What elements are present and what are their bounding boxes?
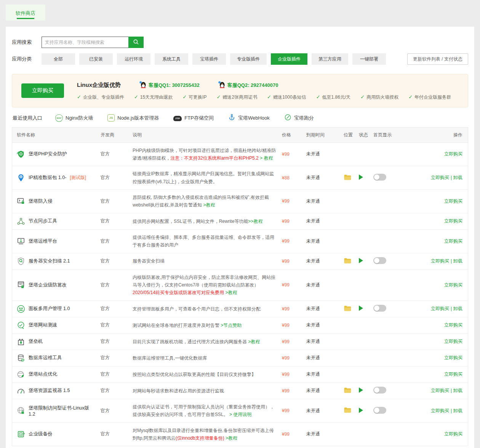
check-icon: ✓ (216, 94, 221, 100)
category-button[interactable]: 宝塔插件 (192, 53, 226, 65)
category-button[interactable]: 专业版插件 (230, 53, 267, 65)
search-row: 应用搜索 (12, 37, 468, 48)
service-running-icon[interactable] (359, 387, 363, 393)
app-expiry: 未开通 (304, 334, 341, 349)
banner-feature: ✓年付企业版服务群 (408, 94, 451, 101)
app-description: 提供同步网站配置，SSL证书，网站文件，Rewrite等功能>>教程 (130, 214, 280, 229)
app-expiry: 未开通 (304, 214, 341, 228)
app-price: ¥99 (280, 319, 304, 332)
app-price: ¥99 (280, 195, 304, 208)
search-input[interactable] (42, 37, 128, 48)
qq2-contact[interactable]: 客服QQ2: 2927440070 (218, 81, 278, 90)
app-name: 堡塔运维平台 (29, 238, 57, 245)
home-display-toggle[interactable] (373, 407, 386, 414)
folder-icon[interactable] (344, 307, 352, 313)
uninstall-link[interactable]: 卸载 (453, 258, 462, 264)
category-button[interactable]: 全部 (42, 53, 75, 65)
recent-item[interactable]: JSNode.js版本管理器 (107, 114, 159, 123)
update-software-list-button[interactable]: 更新软件列表 / 支付状态 (407, 53, 468, 65)
buy-now-link[interactable]: 立即购买 (444, 339, 462, 344)
description-link[interactable]: >教程 (248, 339, 260, 344)
table-row: IP精准数据包 1.0-[测试版]官方链接商业IP数据库，精准显示网站用户归属地… (12, 166, 468, 190)
description-link[interactable]: > 教程 (259, 155, 273, 161)
buy-now-link[interactable]: 立即购买 (444, 371, 462, 377)
nodejs-icon: JS (107, 114, 115, 122)
category-label: 应用分类 (12, 56, 42, 62)
category-button[interactable]: 企业版插件 (271, 53, 307, 65)
recent-item[interactable]: 宝塔WebHook (228, 114, 270, 123)
recent-item[interactable]: 宝塔跑分 (284, 114, 314, 123)
buy-now-link[interactable]: 立即购买 (431, 306, 449, 311)
table-row: 堡垒机官方目前只实现了跳板机功能，通过代理方式连接内网服务器 >教程¥99未开通… (12, 334, 468, 350)
table-row: 堡塔站点优化官方按照站点类型优化站点以获取更高的性能【目前仅支持微擎】¥99未开… (12, 366, 468, 383)
home-display-toggle[interactable] (373, 257, 386, 264)
category-button[interactable]: 运行环境 (117, 53, 150, 65)
buy-now-link[interactable]: 立即购买 (444, 282, 462, 288)
recent-item[interactable]: WAFNginx防火墙 (55, 114, 93, 123)
qq-penguin-icon (218, 81, 226, 90)
category-button[interactable]: 一键部署 (352, 53, 386, 65)
home-display-toggle[interactable] (373, 305, 386, 312)
category-button[interactable]: 系统工具 (155, 53, 188, 65)
app-name: 服务器安全扫描 2.1 (29, 258, 70, 264)
ip-pin-icon (17, 174, 25, 182)
category-button[interactable]: 已安装 (79, 53, 113, 65)
service-running-icon[interactable] (359, 258, 363, 263)
app-name: 数据库运维工具 (29, 355, 62, 361)
description-link[interactable]: >>教程 (248, 219, 262, 224)
fortress-icon (17, 338, 25, 346)
category-button[interactable]: 第三方应用 (312, 53, 348, 65)
buy-now-link[interactable]: 立即购买 (444, 198, 462, 204)
recent-item[interactable]: FTPFTP存储空间 (173, 114, 214, 123)
folder-icon[interactable] (344, 389, 352, 395)
description-link[interactable]: >教程 (224, 435, 237, 441)
description-link[interactable]: >节点赞助 (221, 323, 242, 328)
qq1-contact[interactable]: 客服QQ1: 3007255432 (139, 81, 200, 90)
uninstall-link[interactable]: 卸载 (453, 175, 462, 180)
anchor-icon (228, 114, 235, 123)
folder-icon[interactable] (344, 260, 352, 265)
table-row: 堡塔防入侵官方原防提权, 防御大多数的入侵提权攻击造成的挂马和被挖矿,有效拦截w… (12, 190, 468, 213)
app-name-tag: [测试版] (70, 174, 86, 181)
table-row: 堡塔PHP安全防护官方PHP内核级防御模块，可针对项目进行底层过滤，彻底杜绝跨站… (12, 143, 468, 166)
buy-now-link[interactable]: 立即购买 (444, 431, 462, 437)
service-running-icon[interactable] (359, 408, 363, 413)
description-link[interactable]: > 使用说明 (229, 412, 251, 417)
uninstall-link[interactable]: 卸载 (453, 306, 462, 311)
search-button[interactable] (128, 37, 144, 48)
file-lock-icon (17, 281, 25, 289)
buy-now-link[interactable]: 立即购买 (431, 175, 449, 180)
buy-now-link[interactable]: 立即购买 (444, 322, 462, 328)
app-description: PHP内核级防御模块，可针对项目进行底层过滤，彻底杜绝跨站/精准防渗透/精准防提… (130, 143, 280, 166)
buy-now-link[interactable]: 立即购买 (444, 218, 462, 224)
home-display-toggle[interactable] (373, 387, 386, 394)
check-icon: ✓ (408, 94, 413, 100)
folder-icon[interactable] (344, 409, 352, 414)
description-link[interactable]: >教程 (203, 202, 215, 208)
service-running-icon[interactable] (359, 306, 363, 311)
table-row: 堡塔资源监视器 1.5官方对网站每秒请求数和进程占用的资源进行监视¥99未开通立… (12, 383, 468, 399)
buy-now-link[interactable]: 立即购买 (444, 355, 462, 360)
tab-software-store[interactable]: 软件商店 (6, 5, 45, 21)
ftp-cloud-icon: FTP (173, 115, 182, 121)
service-running-icon[interactable] (359, 174, 363, 180)
app-developer: 官方 (98, 302, 130, 316)
app-price: ¥99 (280, 335, 304, 348)
buy-now-link[interactable]: 立即购买 (431, 258, 449, 264)
folder-icon[interactable] (344, 176, 352, 182)
buy-now-link[interactable]: 立即购买 (444, 151, 462, 157)
app-description: 按照站点类型优化站点以获取更高的性能【目前仅支持微擎】 (130, 367, 280, 382)
home-display-toggle[interactable] (373, 174, 386, 181)
table-header: 软件名称开发商说明价格到期时间位置状态首页显示操作 (12, 128, 468, 143)
search-icon (133, 38, 139, 46)
uninstall-link[interactable]: 卸载 (453, 408, 462, 413)
score-gauge-icon (284, 114, 291, 123)
buy-now-link[interactable]: 立即购买 (431, 388, 449, 393)
description-link[interactable]: >教程 (224, 290, 237, 295)
buy-now-button[interactable]: 立即购买 (21, 83, 64, 98)
app-description: 内核版防篡改,用于保护站点内容安全，防止黑客非法修改网页、网站挂马等入侵行为，仅… (130, 270, 280, 301)
buy-now-link[interactable]: 立即购买 (431, 408, 449, 413)
uninstall-link[interactable]: 卸载 (453, 388, 462, 393)
app-developer: 官方 (98, 214, 130, 228)
buy-now-link[interactable]: 立即购买 (444, 238, 462, 244)
